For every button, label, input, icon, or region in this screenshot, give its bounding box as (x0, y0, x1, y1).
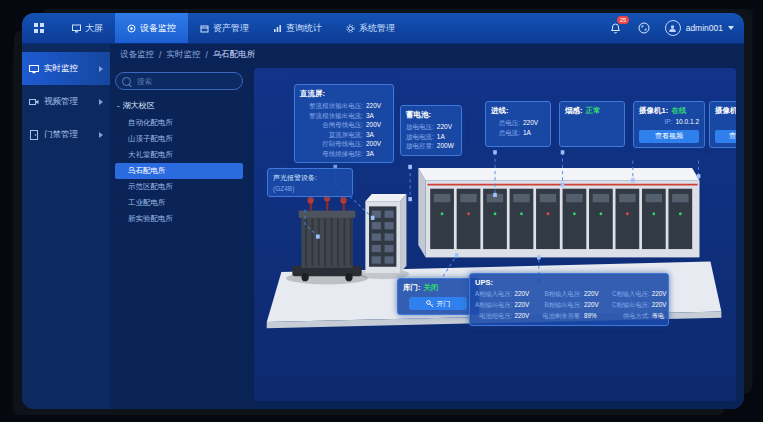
metric-label: 电池剩余容量: (542, 311, 582, 321)
nav-item-query-stats[interactable]: 查询统计 (261, 13, 334, 43)
chevron-right-icon (99, 66, 103, 72)
metric-value: 1A (523, 128, 545, 138)
metric-value: 220V (652, 300, 674, 310)
camera1-title: 摄像机1: (639, 106, 668, 116)
screen-icon (72, 24, 81, 33)
metric-label: 放电电压: (406, 122, 434, 132)
metric-label: 母线绝缘电阻: (300, 149, 363, 159)
metric-label: B相输出电压: (542, 300, 582, 310)
metric-value: 89% (584, 311, 606, 321)
breadcrumb-item[interactable]: 实时监控 (166, 49, 200, 61)
ip-value: 10.0.1.2 (676, 117, 700, 127)
app-window: 大屏 设备监控 资产管理 查询统计 系统管理 (22, 13, 744, 409)
nav-item-assets[interactable]: 资产管理 (188, 13, 261, 43)
metric-label: B相输入电压: (542, 289, 582, 299)
tree-item[interactable]: 工业配电所 (115, 195, 243, 211)
navbar-right: 25 admin001 (609, 20, 734, 36)
nav-item-label: 系统管理 (359, 22, 395, 35)
open-door-label: 开门 (437, 299, 451, 309)
fullscreen-icon[interactable] (637, 21, 651, 35)
metric-label: A相输入电压: (475, 289, 512, 299)
video-camera-icon (29, 97, 39, 107)
metric-value: 220V (514, 300, 536, 310)
tree-item[interactable]: 山顶子配电所 (115, 131, 243, 147)
metric-label: C相输入电压: (612, 289, 650, 299)
battery-panel-card: 蓄电池: 放电电压:220V 放电电流:1A 放电容量:200W (400, 105, 462, 156)
top-navbar: 大屏 设备监控 资产管理 查询统计 系统管理 (22, 13, 744, 44)
left-sidebar: 实时监控 视频管理 门禁管理 (22, 44, 110, 409)
breadcrumb-item[interactable]: 设备监控 (120, 49, 154, 61)
nav-item-device-monitoring[interactable]: 设备监控 (115, 13, 188, 43)
notification-badge: 25 (617, 16, 630, 24)
metric-label: 控制母线电压: (300, 139, 363, 149)
metric-value: 200W (437, 141, 459, 151)
sidebar-item-access-control[interactable]: 门禁管理 (22, 118, 110, 151)
user-menu[interactable]: admin001 (665, 20, 734, 36)
open-door-button[interactable]: 开门 (409, 297, 467, 310)
metric-label: 总电压: (491, 118, 520, 128)
tree-item-selected[interactable]: 乌石配电所 (115, 163, 243, 179)
nav-item-dashboard[interactable]: 大屏 (60, 13, 115, 43)
metric-value: 220V (437, 122, 459, 132)
tree-item[interactable]: 大礼堂配电所 (115, 147, 243, 163)
smoke-sensor-card: 烟感: 正常 (559, 101, 625, 147)
metric-label: 放电容量: (406, 141, 434, 151)
metric-label: A相输出电压: (475, 300, 512, 310)
alarm-device-model: (GZ4B) (273, 185, 347, 192)
door-card: 库门: 关闭 开门 (397, 278, 479, 315)
door-label: 库门: (403, 283, 421, 293)
sidebar-item-label: 实时监控 (44, 63, 78, 75)
metric-label: 电池组电压: (475, 311, 512, 321)
sidebar-item-realtime-monitoring[interactable]: 实时监控 (22, 52, 110, 85)
chevron-down-icon (728, 26, 734, 30)
breadcrumb: 设备监控 / 实时监控 / 乌石配电所 (110, 44, 744, 66)
tree-item[interactable]: 示范区配电所 (115, 179, 243, 195)
camera2-title: 摄像机2: (715, 106, 736, 116)
metric-value: 200V (366, 120, 388, 130)
nav-item-label: 设备监控 (140, 22, 176, 35)
nav-item-label: 查询统计 (286, 22, 322, 35)
tree-item[interactable]: 新实验配电所 (115, 211, 243, 227)
notification-bell-icon[interactable]: 25 (609, 21, 623, 35)
incoming-line-card: 进线: 总电压:220V 总电流:1A (485, 101, 551, 147)
station-tree-panel: - 湖大校区 自动化配电所 山顶子配电所 大礼堂配电所 乌石配电所 示范区配电所… (110, 66, 248, 409)
dc-panel-card: 直流屏: 整流模块输出电压:220V 整流模块输出电流:3A 合闸母线电压:20… (294, 84, 394, 163)
metric-value: 220V (652, 289, 674, 299)
nav-item-label: 资产管理 (213, 22, 249, 35)
sidebar-item-label: 门禁管理 (44, 129, 78, 141)
view-video-button[interactable]: 查看视频 (715, 130, 736, 143)
metric-label: 总电流: (491, 128, 520, 138)
tree-search (115, 72, 243, 90)
metric-value: 3A (366, 130, 388, 140)
realtime-monitor-icon (29, 64, 39, 74)
chevron-right-icon (99, 132, 103, 138)
sidebar-item-video-management[interactable]: 视频管理 (22, 85, 110, 118)
avatar (665, 20, 681, 36)
metric-value: 220V (366, 101, 388, 111)
key-icon (426, 300, 434, 308)
nav-item-system[interactable]: 系统管理 (334, 13, 407, 43)
door-status: 关闭 (424, 283, 439, 293)
tree-root-node[interactable]: - 湖大校区 (117, 100, 243, 111)
gear-icon (346, 24, 355, 33)
alarm-device-name: 声光报警设备: (273, 173, 347, 183)
metric-value: 200V (366, 139, 388, 149)
tree-root-label: 湖大校区 (123, 100, 155, 111)
box-icon (200, 24, 209, 33)
metric-label: C相输出电压: (612, 300, 650, 310)
metric-label: 整流模块输出电流: (300, 111, 363, 121)
ip-label: IP: (715, 117, 736, 127)
metric-value: 3A (366, 149, 388, 159)
smoke-title: 烟感: (565, 106, 583, 116)
collapse-icon: - (117, 101, 120, 110)
search-input[interactable] (135, 76, 236, 87)
room-scene-panel: 直流屏: 整流模块输出电压:220V 整流模块输出电流:3A 合闸母线电压:20… (254, 68, 736, 401)
metric-value: 220V (584, 289, 606, 299)
ip-label: IP: (639, 117, 673, 127)
chart-icon (273, 24, 282, 33)
tree-item[interactable]: 自动化配电所 (115, 115, 243, 131)
metric-label: 整流模块输出电压: (300, 101, 363, 111)
camera1-status: 在线 (671, 106, 686, 116)
camera1-card: 摄像机1: 在线 IP:10.0.1.2 查看视频 (633, 101, 705, 148)
view-video-button[interactable]: 查看视频 (639, 130, 699, 143)
